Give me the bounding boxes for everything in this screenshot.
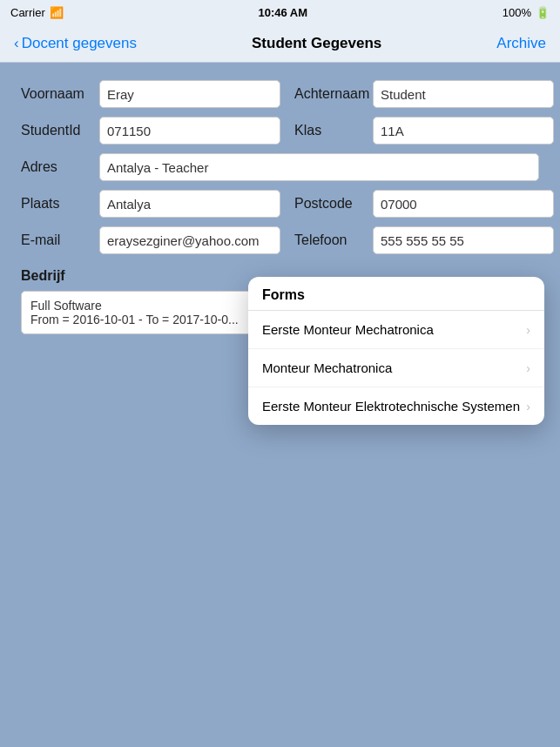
postcode-group: Postcode xyxy=(294,190,554,218)
popup-item-1[interactable]: Eerste Monteur Mechatronica › xyxy=(248,311,544,349)
achternaam-label: Achternaam xyxy=(294,86,373,102)
postcode-label: Postcode xyxy=(294,196,373,212)
voornaam-label: Voornaam xyxy=(21,86,99,102)
status-bar: Carrier 📶 10:46 AM 100% 🔋 xyxy=(0,0,560,24)
forms-popup: Forms Eerste Monteur Mechatronica › Mont… xyxy=(248,277,544,425)
email-row: E-mail Telefoon xyxy=(21,226,539,254)
klas-group: Klas xyxy=(294,117,554,145)
status-time: 10:46 AM xyxy=(258,6,307,19)
page-title: Student Gegevens xyxy=(252,35,381,52)
status-left: Carrier 📶 xyxy=(10,6,64,19)
back-label: Docent gegevens xyxy=(22,35,137,52)
telefoon-label: Telefoon xyxy=(294,232,373,248)
popup-header: Forms xyxy=(248,277,544,311)
voornaam-input[interactable] xyxy=(99,80,280,108)
battery-label: 100% xyxy=(503,6,531,19)
back-chevron-icon: ‹ xyxy=(14,35,19,52)
bedrijf-box: Full Software From = 2016-10-01 - To = 2… xyxy=(21,291,265,334)
status-right: 100% 🔋 xyxy=(503,6,550,19)
plaats-input[interactable] xyxy=(99,190,280,218)
achternaam-group: Achternaam xyxy=(294,80,554,108)
battery-icon: 🔋 xyxy=(536,6,550,19)
studentid-label: StudentId xyxy=(21,123,99,138)
email-label: E-mail xyxy=(21,232,99,248)
adres-input[interactable] xyxy=(99,153,539,181)
popup-item-1-label: Eerste Monteur Mechatronica xyxy=(262,322,434,337)
popup-item-2-label: Monteur Mechatronica xyxy=(262,360,392,375)
popup-item-3-label: Eerste Monteur Elektrotechnische Systeme… xyxy=(262,399,520,414)
popup-item-2[interactable]: Monteur Mechatronica › xyxy=(248,349,544,387)
nav-bar: ‹ Docent gegevens Student Gegevens Archi… xyxy=(0,24,560,63)
studentid-input[interactable] xyxy=(99,117,280,145)
studentid-row: StudentId Klas xyxy=(21,117,539,145)
email-input[interactable] xyxy=(99,226,280,254)
telefoon-input[interactable] xyxy=(373,226,554,254)
back-button[interactable]: ‹ Docent gegevens xyxy=(14,35,137,52)
achternaam-input[interactable] xyxy=(373,80,554,108)
plaats-row: Plaats Postcode xyxy=(21,190,539,218)
chevron-icon-1: › xyxy=(526,323,530,337)
plaats-label: Plaats xyxy=(21,196,99,212)
postcode-input[interactable] xyxy=(373,190,554,218)
telefoon-group: Telefoon xyxy=(294,226,554,254)
wifi-icon: 📶 xyxy=(50,6,64,19)
bedrijf-line1: Full Software xyxy=(30,299,255,313)
adres-row: Adres xyxy=(21,153,539,181)
archive-button[interactable]: Archive xyxy=(496,35,546,52)
chevron-icon-3: › xyxy=(526,400,530,414)
chevron-icon-2: › xyxy=(526,361,530,375)
klas-input[interactable] xyxy=(373,117,554,145)
adres-label: Adres xyxy=(21,159,99,175)
klas-label: Klas xyxy=(294,123,373,138)
voornaam-row: Voornaam Achternaam xyxy=(21,80,539,108)
bedrijf-line2: From = 2016-10-01 - To = 2017-10-0... xyxy=(30,313,255,326)
popup-item-3[interactable]: Eerste Monteur Elektrotechnische Systeme… xyxy=(248,387,544,425)
carrier-label: Carrier xyxy=(10,6,45,19)
